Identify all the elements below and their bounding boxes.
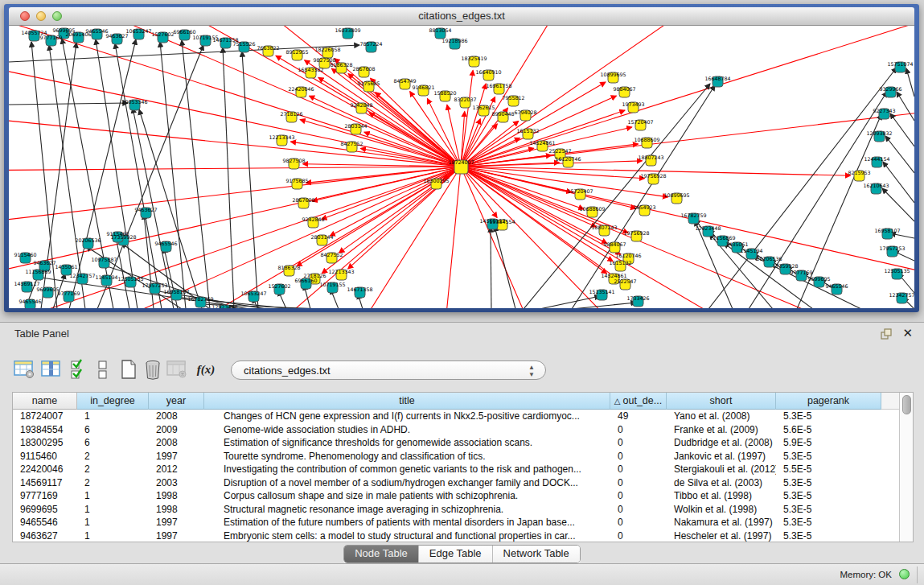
cell-title[interactable]: Genome-wide association studies in ADHD.	[204, 423, 610, 437]
cell-out_degree[interactable]: 0	[610, 516, 667, 529]
cell-pagerank[interactable]: 5.6E-5	[776, 423, 881, 437]
cell-title[interactable]: Disruption of a novel member of a sodium…	[204, 476, 610, 490]
table-row[interactable]: 1456911722003Disruption of a novel membe…	[13, 476, 901, 490]
cell-title[interactable]: Changes of HCN gene expression and I(f) …	[204, 410, 610, 423]
cell-out_degree[interactable]: 0	[610, 423, 667, 437]
cell-name[interactable]: 14569117	[13, 476, 77, 490]
cell-pagerank[interactable]: 5.5E-5	[776, 463, 881, 476]
cell-in_degree[interactable]: 1	[77, 516, 149, 529]
cell-out_degree[interactable]: 0	[610, 489, 667, 503]
scrollbar-thumb[interactable]	[902, 395, 911, 414]
cell-name[interactable]: 9699695	[13, 503, 77, 517]
table-row[interactable]: 946362711997Embryonic stem cells: a mode…	[13, 529, 901, 543]
cell-in_degree[interactable]: 1	[77, 503, 149, 517]
cell-title[interactable]: Corpus callosum shape and size in male p…	[204, 489, 610, 503]
select-all-columns-icon[interactable]	[68, 358, 90, 381]
memory-status-indicator[interactable]	[899, 569, 910, 579]
table-row[interactable]: 1938455462009Genome-wide association stu…	[13, 423, 901, 437]
table-row[interactable]: 911546021997Tourette syndrome. Phenomeno…	[13, 450, 901, 463]
cell-short[interactable]: Wolkin et al. (1998)	[667, 503, 776, 517]
cell-short[interactable]: Dudbridge et al. (2008)	[667, 436, 776, 450]
cell-in_degree[interactable]: 1	[77, 529, 149, 543]
close-icon[interactable]: ✕	[902, 326, 913, 340]
cell-title[interactable]: Investigating the contribution of common…	[204, 463, 610, 476]
column-header-short[interactable]: short	[667, 393, 776, 410]
cell-pagerank[interactable]: 5.3E-5	[776, 489, 881, 503]
cell-name[interactable]: 9463627	[13, 529, 77, 543]
network-canvas[interactable]: 1872400718300295891295518226058165433828…	[9, 26, 914, 308]
close-window-button[interactable]	[20, 11, 30, 21]
cell-out_degree[interactable]: 0	[610, 463, 667, 476]
minimize-window-button[interactable]	[36, 11, 46, 21]
cell-in_degree[interactable]: 6	[77, 423, 149, 437]
table-row[interactable]: 2242004622012Investigating the contribut…	[13, 463, 901, 476]
cell-out_degree[interactable]: 0	[610, 450, 667, 463]
column-header-title[interactable]: title	[204, 393, 610, 410]
cell-in_degree[interactable]: 2	[77, 450, 149, 463]
cell-pagerank[interactable]: 5.3E-5	[776, 503, 881, 517]
cell-year[interactable]: 1997	[149, 516, 204, 529]
resize-grip[interactable]	[917, 566, 918, 583]
cell-name[interactable]: 9115460	[13, 450, 77, 463]
cell-in_degree[interactable]: 2	[77, 476, 149, 490]
delete-column-icon[interactable]	[142, 358, 164, 381]
cell-in_degree[interactable]: 1	[77, 410, 149, 423]
cell-short[interactable]: Tibbo et al. (1998)	[667, 489, 776, 503]
cell-out_degree[interactable]: 49	[610, 410, 667, 423]
cell-in_degree[interactable]: 1	[77, 489, 149, 503]
cell-year[interactable]: 2008	[149, 410, 204, 423]
show-columns-icon[interactable]	[40, 358, 63, 381]
column-header-pagerank[interactable]: pagerank	[776, 393, 881, 410]
column-header-year[interactable]: year	[149, 393, 204, 410]
cell-pagerank[interactable]: 5.9E-5	[776, 436, 881, 450]
cell-name[interactable]: 9777169	[13, 489, 77, 503]
table-mode-icon[interactable]	[13, 358, 35, 381]
cell-short[interactable]: de Silva et al. (2003)	[667, 476, 776, 490]
cell-year[interactable]: 2012	[149, 463, 204, 476]
cell-pagerank[interactable]: 5.3E-5	[776, 410, 881, 423]
cell-in_degree[interactable]: 2	[77, 463, 149, 476]
cell-name[interactable]: 22420046	[13, 463, 77, 476]
cell-short[interactable]: Nakamura et al. (1997)	[667, 516, 776, 529]
citation-graph[interactable]: 1872400718300295891295518226058165433828…	[9, 26, 914, 308]
table-selector-dropdown[interactable]: citations_edges.txt ▲▼	[231, 360, 546, 380]
column-header-out_degree[interactable]: △out_de...	[610, 393, 667, 410]
cell-year[interactable]: 2003	[149, 476, 204, 490]
cell-name[interactable]: 19384554	[13, 423, 77, 437]
cell-out_degree[interactable]: 0	[610, 503, 667, 517]
cell-short[interactable]: Hescheler et al. (1997)	[667, 529, 776, 543]
zoom-window-button[interactable]	[52, 11, 62, 21]
tab-edge-table[interactable]: Edge Table	[418, 546, 492, 562]
cell-out_degree[interactable]: 0	[610, 476, 667, 490]
cell-pagerank[interactable]: 5.3E-5	[776, 476, 881, 490]
cell-pagerank[interactable]: 5.3E-5	[776, 529, 881, 543]
cell-title[interactable]: Embryonic stem cells: a model to study s…	[204, 529, 610, 543]
table-row[interactable]: 969969511998Structural magnetic resonanc…	[13, 503, 901, 517]
float-window-icon[interactable]	[881, 328, 892, 340]
column-header-name[interactable]: name	[13, 393, 77, 410]
cell-short[interactable]: Franke et al. (2009)	[667, 423, 776, 437]
cell-title[interactable]: Estimation of the future numbers of pati…	[204, 516, 610, 529]
function-builder-icon[interactable]: f(x)	[195, 358, 217, 381]
table-row[interactable]: 946554611997Estimation of the future num…	[13, 516, 901, 529]
cell-year[interactable]: 1997	[149, 529, 204, 543]
unselect-all-columns-icon[interactable]	[92, 358, 114, 381]
network-window-titlebar[interactable]: citations_edges.txt	[9, 7, 914, 26]
cell-year[interactable]: 1997	[149, 450, 204, 463]
cell-out_degree[interactable]: 0	[610, 529, 667, 543]
cell-title[interactable]: Estimation of significance thresholds fo…	[204, 436, 610, 450]
cell-short[interactable]: Jankovic et al. (1997)	[667, 450, 776, 463]
cell-year[interactable]: 2009	[149, 423, 204, 437]
table-row[interactable]: 977716911998Corpus callosum shape and si…	[13, 489, 901, 503]
cell-short[interactable]: Yano et al. (2008)	[667, 410, 776, 423]
cell-name[interactable]: 18300295	[13, 436, 77, 450]
cell-title[interactable]: Tourette syndrome. Phenomenology and cla…	[204, 450, 610, 463]
tab-node-table[interactable]: Node Table	[344, 546, 418, 562]
cell-year[interactable]: 1998	[149, 489, 204, 503]
cell-out_degree[interactable]: 0	[610, 436, 667, 450]
table-row[interactable]: 1830029562008Estimation of significance …	[13, 436, 901, 450]
cell-year[interactable]: 2008	[149, 436, 204, 450]
cell-name[interactable]: 9465546	[13, 516, 77, 529]
table-row[interactable]: 1872400712008Changes of HCN gene express…	[13, 410, 901, 423]
cell-pagerank[interactable]: 5.3E-5	[776, 516, 881, 529]
